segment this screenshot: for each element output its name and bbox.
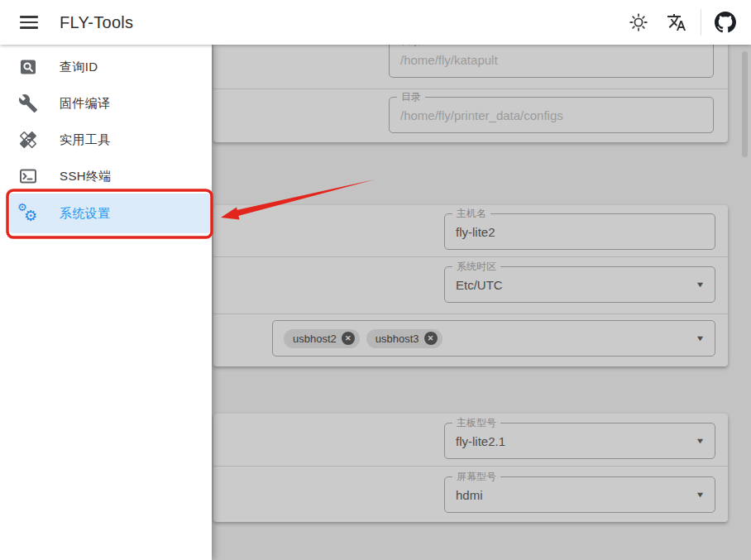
sidebar-item-label: 固件编译 xyxy=(60,96,111,112)
chip-label: usbhost2 xyxy=(293,333,337,345)
field-value: fly-lite2.1 xyxy=(456,434,505,448)
row-divider xyxy=(213,89,728,89)
id-search-icon xyxy=(18,57,38,77)
screen-model-select[interactable]: 屏幕型号 hdmi ▼ xyxy=(444,476,715,513)
sidebar-item-ssh-terminal[interactable]: SSH终端 xyxy=(10,158,210,194)
row-divider xyxy=(213,466,728,467)
brightness-icon[interactable] xyxy=(629,12,648,32)
chip-close-icon[interactable]: ✕ xyxy=(424,332,438,345)
sidebar-item-label: 系统设置 xyxy=(60,206,111,222)
dropdown-arrow-icon: ▼ xyxy=(696,334,706,342)
config-dir-field[interactable]: 目录 /home/fly/printer_data/configs xyxy=(389,97,714,133)
katapult-dir-field[interactable]: 目录 /home/fly/katapult xyxy=(389,41,714,78)
board-model-select[interactable]: 主板型号 fly-lite2.1 ▼ xyxy=(444,423,715,459)
terminal-icon xyxy=(18,166,38,186)
sidebar-item-query-id[interactable]: 查询ID xyxy=(10,49,210,85)
menu-icon[interactable] xyxy=(20,16,38,29)
dropdown-arrow-icon: ▼ xyxy=(696,280,706,289)
github-icon[interactable] xyxy=(715,12,736,33)
gears-icon: ⚙ ⚙ xyxy=(18,203,38,223)
scrollbar-thumb[interactable] xyxy=(742,51,748,157)
app-bar: FLY-Tools xyxy=(0,0,751,45)
wrench-icon xyxy=(18,93,38,113)
fly-tools-window: 目录 /home/fly/katapult 目录 /home/fly/print… xyxy=(0,0,751,560)
row-divider xyxy=(213,256,728,257)
hostname-field[interactable]: 主机名 fly-lite2 xyxy=(444,213,715,250)
app-title: FLY-Tools xyxy=(60,0,133,45)
sidebar-item-label: 实用工具 xyxy=(60,132,111,148)
nav-drawer: 查询ID 固件编译 实用工具 xyxy=(0,45,212,560)
sidebar-item-label: 查询ID xyxy=(60,60,98,75)
translate-icon[interactable] xyxy=(667,12,686,32)
field-label: 主机名 xyxy=(452,208,490,220)
field-label: 屏幕型号 xyxy=(452,471,500,483)
field-label: 系统时区 xyxy=(452,261,500,273)
field-value: /home/fly/printer_data/configs xyxy=(400,108,563,122)
timezone-select[interactable]: 系统时区 Etc/UTC ▼ xyxy=(444,266,715,303)
usb-host-chip: usbhost3 ✕ xyxy=(366,329,442,348)
sidebar-item-system-settings[interactable]: ⚙ ⚙ 系统设置 xyxy=(10,194,210,233)
chip-label: usbhost3 xyxy=(376,333,419,345)
appbar-divider xyxy=(701,9,701,36)
usb-hosts-select[interactable]: usbhost2 ✕ usbhost3 ✕ ▼ xyxy=(272,320,715,357)
dropdown-arrow-icon: ▼ xyxy=(696,437,706,445)
field-value: fly-lite2 xyxy=(456,225,495,239)
field-value: /home/fly/katapult xyxy=(400,53,498,67)
sidebar-item-utilities[interactable]: 实用工具 xyxy=(10,122,210,158)
field-value: hdmi xyxy=(456,488,483,502)
sidebar-item-label: SSH终端 xyxy=(60,169,112,184)
sidebar-item-firmware-build[interactable]: 固件编译 xyxy=(10,85,210,122)
row-divider xyxy=(213,314,728,314)
dropdown-arrow-icon: ▼ xyxy=(696,491,706,499)
field-value: Etc/UTC xyxy=(456,278,503,292)
field-label: 主板型号 xyxy=(452,417,500,429)
usb-host-chip: usbhost2 ✕ xyxy=(284,329,360,348)
healing-icon xyxy=(18,130,38,150)
field-label: 目录 xyxy=(397,91,425,103)
chip-close-icon[interactable]: ✕ xyxy=(342,332,355,345)
